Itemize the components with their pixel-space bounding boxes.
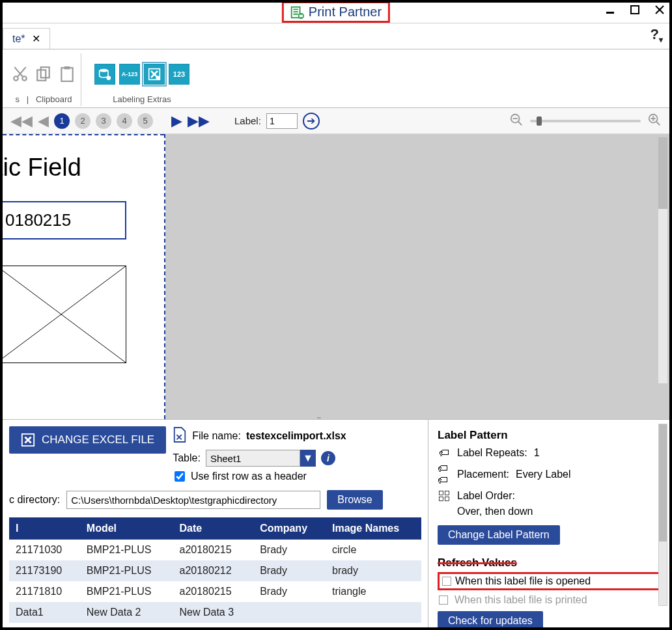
- svg-rect-15: [41, 67, 49, 77]
- svg-point-23: [156, 75, 161, 80]
- paste-icon[interactable]: [57, 64, 77, 84]
- app-icon: [290, 5, 305, 20]
- go-to-label-button[interactable]: ➔: [303, 113, 320, 130]
- extras-group-label: Labeling Extras: [113, 94, 171, 106]
- file-name-value: testexcelimport.xlsx: [246, 430, 346, 442]
- order-value: Over, then down: [457, 506, 660, 517]
- label-pattern-heading: Label Pattern: [438, 429, 660, 442]
- table-row[interactable]: 21173190BMP21-PLUSa20180212Bradybrady: [9, 560, 421, 581]
- placement-icon: 🏷🏷: [438, 463, 451, 486]
- last-page-icon[interactable]: ▶▶: [188, 113, 210, 130]
- table-row[interactable]: Data1New Data 2New Data 3: [9, 602, 421, 623]
- table-label: Table:: [173, 452, 201, 464]
- svg-rect-17: [64, 66, 70, 69]
- maximize-button[interactable]: [629, 4, 641, 16]
- table-header[interactable]: Model: [80, 517, 173, 540]
- page-5-button[interactable]: 5: [137, 113, 153, 129]
- document-tabs: te* ✕: [3, 23, 669, 49]
- title-bar: Print Partner: [3, 3, 669, 23]
- table-select[interactable]: [206, 450, 300, 467]
- chevron-down-icon[interactable]: ▼: [300, 450, 316, 467]
- change-excel-button[interactable]: CHANGE EXCEL FILE: [9, 426, 166, 454]
- ribbon: s | Clipboard A-123 123 Labeling Extras: [3, 49, 669, 108]
- close-tab-icon[interactable]: ✕: [32, 33, 40, 45]
- svg-line-32: [3, 266, 126, 363]
- order-icon: [438, 490, 451, 502]
- change-pattern-button[interactable]: Change Label Pattern: [438, 525, 560, 545]
- prev-page-icon[interactable]: ◀: [38, 113, 49, 130]
- svg-line-31: [3, 266, 126, 363]
- svg-rect-7: [631, 6, 639, 14]
- excel-icon: [21, 433, 35, 447]
- splitter-grip[interactable]: [316, 413, 356, 417]
- svg-rect-5: [300, 14, 303, 17]
- refresh-printed-option: When this label file is printed: [439, 594, 660, 606]
- file-icon: [173, 426, 187, 446]
- tab-label: te*: [12, 33, 25, 45]
- table-header[interactable]: Image Names: [326, 517, 421, 540]
- copy-icon[interactable]: [34, 64, 53, 84]
- directory-input[interactable]: [66, 491, 320, 509]
- label-number-input[interactable]: [266, 113, 298, 129]
- refresh-opened-option[interactable]: When this label file is opened: [438, 572, 660, 590]
- page-nav: ◀◀ ◀ 1 2 3 4 5 ▶ ▶▶ Label: ➔: [3, 108, 669, 134]
- page-1-button[interactable]: 1: [54, 113, 70, 129]
- table-row[interactable]: 21171030BMP21-PLUSa20180215Bradycircle: [9, 540, 421, 560]
- refresh-heading: Refresh Values: [438, 556, 660, 569]
- field-title: tic Field: [3, 154, 158, 182]
- app-title: Print Partner: [282, 1, 390, 23]
- svg-rect-6: [606, 12, 614, 14]
- image-placeholder[interactable]: [3, 266, 126, 363]
- header-checkbox[interactable]: Use first row as a header: [172, 469, 421, 484]
- svg-point-18: [100, 68, 108, 72]
- close-window-button[interactable]: [654, 4, 665, 16]
- data-panel: CHANGE EXCEL FILE File name: testexcelim…: [3, 419, 669, 627]
- label-number-label: Label:: [234, 115, 261, 126]
- rightpane-scrollbar[interactable]: [658, 424, 667, 606]
- svg-line-28: [656, 121, 660, 125]
- table-header[interactable]: Company: [253, 517, 326, 540]
- database-icon[interactable]: [94, 64, 115, 85]
- table-row[interactable]: 21171810BMP21-PLUSa20180215Bradytriangle: [9, 581, 421, 602]
- zoom-out-icon[interactable]: [509, 113, 524, 130]
- svg-rect-16: [61, 68, 72, 81]
- clipboard-group-label: Clipboard: [36, 94, 72, 104]
- text-label-icon[interactable]: A-123: [119, 64, 140, 85]
- label-preview: tic Field 0180215: [3, 134, 165, 419]
- info-icon[interactable]: i: [321, 451, 335, 465]
- first-page-icon[interactable]: ◀◀: [10, 113, 33, 130]
- variable-icon[interactable]: [144, 64, 165, 85]
- check-updates-button[interactable]: Check for updates: [438, 611, 543, 630]
- page-3-button[interactable]: 3: [96, 113, 111, 129]
- svg-rect-41: [445, 497, 449, 501]
- browse-button[interactable]: Browse: [327, 490, 382, 510]
- zoom-slider[interactable]: [530, 120, 641, 122]
- svg-rect-38: [440, 491, 443, 495]
- svg-rect-40: [440, 497, 443, 501]
- table-header[interactable]: Date: [173, 517, 254, 540]
- page-2-button[interactable]: 2: [75, 113, 91, 129]
- cut-icon[interactable]: [10, 64, 30, 84]
- svg-point-19: [107, 75, 111, 80]
- repeats-icon: 🏷: [438, 447, 451, 459]
- table-header[interactable]: l: [9, 517, 80, 540]
- page-4-button[interactable]: 4: [117, 113, 132, 129]
- next-page-icon[interactable]: ▶: [171, 113, 182, 130]
- zoom-in-icon[interactable]: [647, 113, 662, 130]
- svg-rect-39: [445, 491, 449, 495]
- file-name-label: File name:: [192, 430, 241, 442]
- minimize-button[interactable]: [604, 4, 616, 16]
- directory-label: c directory:: [9, 494, 60, 506]
- data-table: lModelDateCompanyImage Names 21171030BMP…: [9, 517, 421, 623]
- svg-line-25: [518, 121, 522, 125]
- field-value-box[interactable]: 0180215: [3, 201, 126, 240]
- canvas-scrollbar[interactable]: [658, 137, 668, 384]
- label-canvas[interactable]: tic Field 0180215: [3, 134, 669, 419]
- document-tab[interactable]: te* ✕: [3, 28, 50, 49]
- counter-icon[interactable]: 123: [169, 64, 189, 85]
